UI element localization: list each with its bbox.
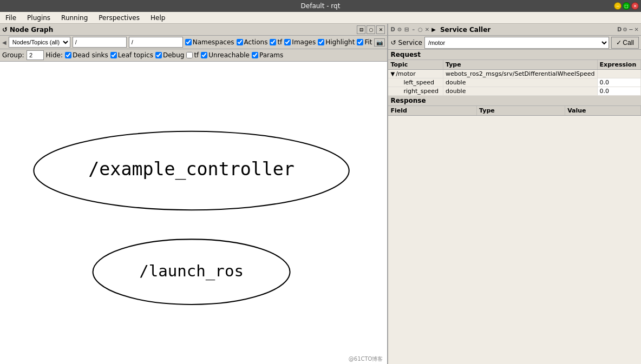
service-toolbar: ↺ Service /motor ✓ Call — [388, 36, 641, 50]
panel-close-button[interactable]: ✕ — [376, 25, 385, 34]
minimize-button[interactable]: − — [614, 2, 622, 10]
service-caller-title: Service Caller — [440, 26, 490, 34]
call-button-label: Call — [623, 39, 634, 47]
unreachable-checkbox[interactable] — [201, 52, 207, 58]
back-icon[interactable]: ◀ — [2, 39, 6, 45]
request-col-expression: Expression — [597, 60, 640, 70]
menu-bar: File Plugins Running Perspectives Help — [0, 12, 641, 24]
request-col-type: Type — [443, 60, 597, 70]
request-motor-topic: ▼/motor — [388, 70, 443, 78]
request-col-topic: Topic — [388, 60, 443, 70]
menu-perspectives[interactable]: Perspectives — [95, 13, 143, 23]
debug-checkbox[interactable] — [155, 52, 162, 58]
refresh-service-icon[interactable]: ↺ — [390, 39, 396, 47]
request-right-speed-topic: right_speed — [388, 87, 443, 96]
window-title: Default - rqt — [301, 2, 341, 10]
graph-toolbar-row1: ◀ Nodes/Topics (all) Nodes only Topics o… — [0, 36, 387, 49]
table-row: right_speed double 0.0 — [388, 87, 640, 96]
namespaces-checkbox[interactable] — [185, 39, 192, 45]
window-controls: − □ ✕ — [614, 2, 639, 10]
left-panel: ↺ Node Graph ⊟ ○ ✕ ◀ Nodes/Topics (all) … — [0, 24, 388, 364]
group-label: Group: — [2, 51, 24, 59]
panel-controls: ⊟ ○ ✕ — [357, 25, 385, 34]
ns-filter-input[interactable] — [73, 37, 127, 48]
request-left-speed-expression[interactable]: 0.0 — [597, 78, 640, 87]
fit-checkbox[interactable] — [357, 39, 363, 45]
debug-checkbox-label[interactable]: Debug — [155, 51, 184, 59]
tf2-checkbox-label[interactable]: tf — [186, 51, 199, 59]
maximize-button[interactable]: □ — [623, 2, 630, 10]
main-layout: ↺ Node Graph ⊟ ○ ✕ ◀ Nodes/Topics (all) … — [0, 24, 641, 364]
right-panel-ctrl-float[interactable]: − — [629, 27, 633, 32]
response-col-value: Value — [565, 106, 641, 116]
dead-sinks-checkbox[interactable] — [65, 52, 71, 58]
response-col-field: Field — [388, 106, 476, 116]
request-section: Request Topic Type Expression ▼/motor we… — [388, 50, 641, 96]
node-filter-input[interactable] — [129, 37, 183, 48]
refresh-icon[interactable]: ↺ — [2, 26, 8, 34]
expand-icon[interactable]: ▼ — [390, 71, 395, 77]
response-label: Response — [388, 96, 641, 106]
title-bar: Default - rqt − □ ✕ — [0, 0, 641, 12]
images-checkbox-label[interactable]: Images — [284, 38, 316, 46]
leaf-topics-checkbox-label[interactable]: Leaf topics — [110, 51, 153, 59]
service-select[interactable]: /motor — [424, 37, 609, 49]
right-panel-ctrl-icon: ⚙ — [623, 27, 627, 32]
node-graph-title-bar: ↺ Node Graph ⊟ ○ ✕ — [0, 24, 387, 36]
svg-text:/example_controller: /example_controller — [88, 158, 295, 180]
fit-checkbox-label[interactable]: Fit — [357, 38, 372, 46]
response-table: Field Type Value — [388, 106, 641, 116]
request-label: Request — [388, 50, 641, 60]
response-table-wrapper: Field Type Value — [388, 106, 641, 364]
filter-select[interactable]: Nodes/Topics (all) Nodes only Topics onl… — [9, 37, 70, 48]
panel-float-button[interactable]: ○ — [367, 25, 375, 34]
unreachable-checkbox-label[interactable]: Unreachable — [201, 51, 250, 59]
highlight-checkbox-label[interactable]: Highlight — [318, 38, 355, 46]
graph-canvas[interactable]: /example_controller /launch_ros @61CTO博客 — [0, 62, 387, 364]
menu-running[interactable]: Running — [58, 13, 91, 23]
leaf-topics-checkbox[interactable] — [110, 52, 117, 58]
close-button[interactable]: ✕ — [631, 2, 639, 10]
node-graph-title: Node Graph — [10, 26, 53, 34]
params-checkbox-label[interactable]: Params — [252, 51, 283, 59]
panel-detach-button[interactable]: ⊟ — [357, 25, 365, 34]
service-label: Service — [398, 39, 422, 47]
actions-checkbox-label[interactable]: Actions — [237, 38, 268, 46]
actions-checkbox[interactable] — [237, 39, 243, 45]
tf-checkbox[interactable] — [270, 39, 276, 45]
service-caller-icon: D — [390, 27, 395, 32]
toolbar-row2: Group: Hide: Dead sinks Leaf topics Debu… — [2, 50, 385, 60]
request-left-speed-type: double — [443, 78, 597, 87]
dead-sinks-checkbox-label[interactable]: Dead sinks — [65, 51, 108, 59]
response-col-type: Type — [477, 106, 565, 116]
call-check-icon: ✓ — [616, 39, 622, 47]
params-checkbox[interactable] — [252, 52, 258, 58]
graph-toolbar-row2: Group: Hide: Dead sinks Leaf topics Debu… — [0, 49, 387, 62]
request-motor-type: webots_ros2_msgs/srv/SetDifferentialWhee… — [443, 70, 597, 78]
menu-help[interactable]: Help — [147, 13, 168, 23]
toolbar-row1: ◀ Nodes/Topics (all) Nodes only Topics o… — [2, 37, 385, 48]
table-row: left_speed double 0.0 — [388, 78, 640, 87]
menu-file[interactable]: File — [2, 13, 19, 23]
namespaces-checkbox-label[interactable]: Namespaces — [185, 38, 234, 46]
svg-text:/launch_ros: /launch_ros — [139, 262, 244, 281]
response-section: Response Field Type Value — [388, 96, 641, 364]
call-button[interactable]: ✓ Call — [611, 37, 639, 49]
menu-plugins[interactable]: Plugins — [24, 13, 54, 23]
request-right-speed-expression[interactable]: 0.0 — [597, 87, 640, 96]
tf2-checkbox[interactable] — [186, 52, 193, 58]
request-left-speed-topic: left_speed — [388, 78, 443, 87]
images-checkbox[interactable] — [284, 39, 291, 45]
tf-checkbox-label[interactable]: tf — [270, 38, 282, 46]
right-panel-ctrl-close[interactable]: ✕ — [635, 27, 639, 32]
service-caller-close-icon[interactable]: ✕ — [425, 27, 429, 32]
screenshot-icon[interactable]: 📷 — [374, 38, 385, 47]
service-caller-icon2: ⚙ — [397, 27, 402, 32]
table-row: ▼/motor webots_ros2_msgs/srv/SetDifferen… — [388, 70, 640, 78]
service-caller-icon4: ○ — [418, 27, 423, 32]
highlight-checkbox[interactable] — [318, 39, 324, 45]
group-input[interactable] — [27, 50, 44, 60]
request-motor-expression — [597, 70, 640, 78]
service-caller-plugin-icon: ▶ — [431, 27, 436, 32]
request-right-speed-type: double — [443, 87, 597, 96]
